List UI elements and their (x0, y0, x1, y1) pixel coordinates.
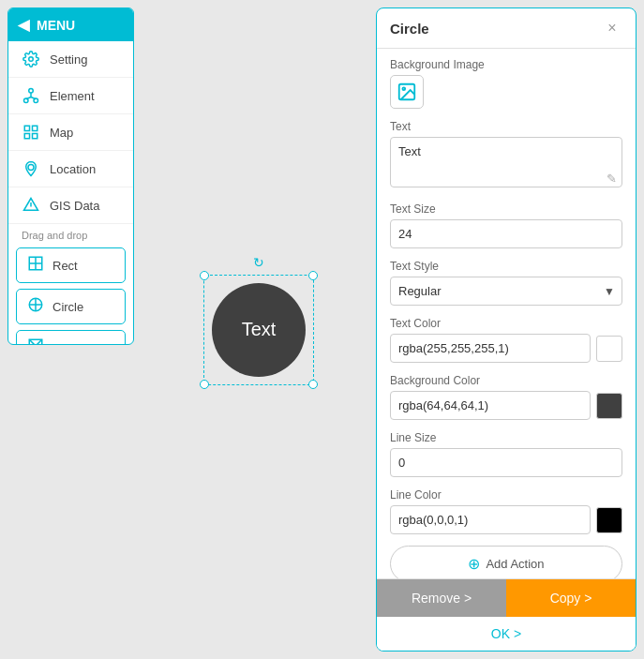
drag-item-label: Polygon (52, 341, 97, 346)
bg-color-row (390, 391, 622, 420)
sidebar-item-label: Element (50, 89, 95, 103)
svg-rect-8 (33, 126, 37, 130)
drag-drop-label: Drag and drop (8, 224, 133, 245)
drag-item-circle[interactable]: Circle (16, 289, 126, 324)
map-icon (22, 123, 40, 142)
add-action-label: Add Action (486, 557, 544, 571)
canvas-area: ↻ Text (142, 0, 376, 659)
bg-image-section: Background Image (390, 58, 622, 109)
circle-text: Text (242, 319, 277, 340)
rect-icon (26, 255, 45, 276)
bg-color-label: Background Color (390, 374, 622, 387)
edit-icon: ✎ (607, 172, 617, 186)
panel-title: Circle (390, 21, 429, 37)
menu-back-icon: ◀ (18, 16, 29, 34)
resize-handle-tr[interactable] (308, 271, 318, 280)
canvas-circle[interactable]: Text (212, 283, 306, 377)
remove-button[interactable]: Remove > (377, 579, 506, 617)
sidebar-item-label: Map (50, 126, 73, 140)
sidebar-item-label: GIS Data (50, 199, 99, 213)
element-icon (22, 86, 40, 105)
svg-rect-10 (33, 134, 37, 139)
bg-color-swatch[interactable] (596, 393, 622, 419)
bg-color-input[interactable] (390, 391, 591, 420)
line-color-section: Line Color (390, 488, 622, 534)
svg-line-6 (31, 97, 36, 99)
sidebar-item-setting[interactable]: Setting (8, 41, 133, 78)
polygon-icon (26, 337, 45, 345)
resize-handle-br[interactable] (308, 380, 318, 389)
drag-item-label: Rect (52, 259, 78, 273)
line-size-input[interactable] (390, 448, 622, 477)
location-icon (22, 159, 40, 178)
circle-icon (26, 296, 45, 317)
text-color-input[interactable] (390, 334, 591, 363)
svg-point-1 (29, 89, 34, 94)
sidebar-item-label: Location (50, 162, 96, 176)
panel-close-button[interactable]: × (602, 18, 622, 38)
sidebar: ◀ MENU Setting Element Map (7, 7, 134, 345)
drag-item-rect[interactable]: Rect (16, 247, 126, 283)
bg-color-section: Background Color (390, 374, 622, 420)
sidebar-item-location[interactable]: Location (8, 151, 133, 187)
resize-handle-tl[interactable] (200, 271, 209, 280)
text-style-label: Text Style (390, 260, 622, 273)
svg-point-24 (402, 87, 405, 90)
ok-button[interactable]: OK > (377, 617, 636, 651)
footer-buttons: Remove > Copy > (377, 579, 636, 617)
setting-icon (22, 50, 40, 68)
svg-rect-7 (24, 126, 29, 130)
text-size-label: Text Size (390, 202, 622, 216)
add-action-plus-icon: ⊕ (468, 555, 480, 573)
resize-handle-bl[interactable] (200, 380, 209, 389)
line-color-label: Line Color (390, 488, 622, 502)
panel-scroll-area[interactable]: Background Image Text Text ✎ Text Size T… (377, 49, 636, 578)
bg-image-label: Background Image (390, 58, 622, 71)
sidebar-title: MENU (37, 18, 75, 33)
line-color-swatch[interactable] (596, 507, 622, 533)
line-color-input[interactable] (390, 505, 591, 534)
text-size-section: Text Size (390, 202, 622, 248)
text-size-input[interactable] (390, 219, 622, 248)
text-style-select[interactable]: Regular Bold Italic (390, 277, 622, 306)
text-input-wrap: Text ✎ (390, 137, 622, 191)
panel-header: Circle × (377, 8, 636, 49)
panel-footer: Remove > Copy > OK > (377, 578, 636, 651)
sidebar-item-map[interactable]: Map (8, 114, 133, 151)
bg-image-picker[interactable] (390, 75, 424, 109)
rotate-handle[interactable]: ↻ (253, 255, 264, 270)
drag-item-polygon[interactable]: Polygon (16, 330, 126, 345)
text-color-section: Text Color (390, 317, 622, 363)
sidebar-item-element[interactable]: Element (8, 78, 133, 114)
svg-rect-9 (24, 134, 29, 139)
sidebar-item-gis-data[interactable]: GIS Data (8, 187, 133, 224)
drag-item-label: Circle (52, 300, 83, 314)
line-size-label: Line Size (390, 431, 622, 444)
text-color-label: Text Color (390, 317, 622, 330)
svg-line-5 (26, 97, 31, 99)
text-section: Text Text ✎ (390, 120, 622, 191)
text-input[interactable]: Text (390, 137, 622, 187)
text-label: Text (390, 120, 622, 133)
sidebar-item-label: Setting (50, 52, 87, 67)
gis-icon (22, 196, 40, 215)
line-size-section: Line Size (390, 431, 622, 477)
svg-point-0 (29, 57, 34, 62)
copy-button[interactable]: Copy > (506, 579, 636, 617)
text-style-select-wrap: Regular Bold Italic ▼ (390, 277, 622, 306)
text-style-section: Text Style Regular Bold Italic ▼ (390, 260, 622, 306)
add-action-button[interactable]: ⊕ Add Action (390, 546, 622, 578)
right-panel: Circle × Background Image Text Text ✎ Te… (376, 7, 637, 652)
line-color-row (390, 505, 622, 534)
sidebar-header[interactable]: ◀ MENU (8, 8, 133, 41)
text-color-swatch[interactable] (596, 336, 622, 362)
text-color-row (390, 334, 622, 363)
svg-point-11 (28, 165, 34, 171)
